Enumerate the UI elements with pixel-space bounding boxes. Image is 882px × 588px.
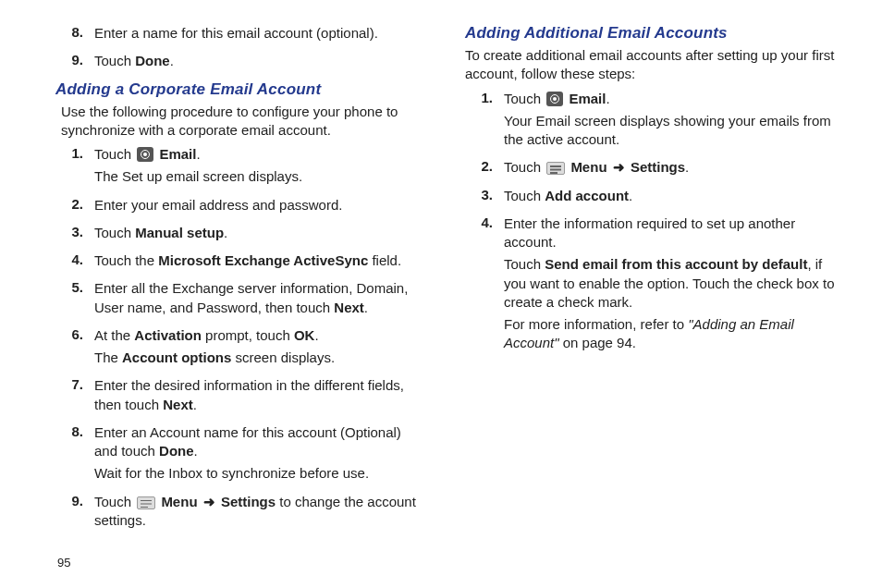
list-item: 8.Enter a name for this email account (o… [55,24,428,43]
arrow-icon: ➜ [611,159,627,175]
page-number: 95 [57,556,70,570]
step-body: Touch the Microsoft Exchange ActiveSync … [94,251,428,270]
step-body: Touch Email.Your Email screen displays s… [504,90,838,150]
corporate-steps-list: 1.Touch Email.The Set up email screen di… [55,145,428,530]
step-body: Touch Manual setup. [94,224,428,242]
step-text: The Set up email screen displays. [94,167,428,186]
pre-steps-list: 8.Enter a name for this email account (o… [55,24,428,71]
step-text: Touch Email. [504,90,838,108]
intro-text: Use the following procedure to configure… [61,103,428,141]
email-icon [137,147,153,162]
list-item: 2.Touch Menu ➜ Settings. [465,158,838,177]
step-text: At the Activation prompt, touch OK. [94,326,428,345]
step-number: 7. [55,376,94,414]
list-item: 9.Touch Done. [55,52,428,70]
step-text: For more information, refer to "Adding a… [504,315,838,353]
step-text: Enter an Account name for this account (… [94,423,428,461]
step-number: 3. [55,224,94,242]
step-text: Touch Add account. [504,187,838,205]
step-number: 6. [55,326,94,368]
step-body: Enter the information required to set up… [504,214,838,353]
step-text: The Account options screen displays. [94,349,428,367]
step-number: 1. [55,145,94,187]
step-text: Enter the information required to set up… [504,214,838,252]
step-body: Enter an Account name for this account (… [94,423,428,484]
step-number: 2. [55,196,94,214]
step-text: Touch Menu ➜ Settings. [504,158,838,177]
step-number: 2. [465,158,504,177]
step-number: 4. [465,214,504,353]
step-number: 9. [55,52,94,70]
step-text: Touch Menu ➜ Settings to change the acco… [94,493,428,531]
section-heading-corporate: Adding a Corporate Email Account [55,80,428,99]
step-body: Touch Done. [94,52,428,70]
step-number: 3. [465,187,504,205]
step-text: Enter a name for this email account (opt… [94,24,428,43]
step-body: At the Activation prompt, touch OK.The A… [94,326,428,368]
step-body: Enter all the Exchange server informatio… [94,279,428,317]
step-text: Enter your email address and password. [94,196,428,214]
step-body: Enter the desired information in the dif… [94,376,428,414]
manual-page: 8.Enter a name for this email account (o… [0,0,882,548]
left-column: 8.Enter a name for this email account (o… [55,18,428,539]
step-text: Wait for the Inbox to synchronize before… [94,464,428,483]
step-body: Touch Menu ➜ Settings. [504,158,838,177]
intro-text-additional: To create additional email accounts afte… [465,46,838,84]
step-text: Your Email screen displays showing your … [504,112,838,150]
list-item: 9.Touch Menu ➜ Settings to change the ac… [55,493,428,531]
step-text: Enter all the Exchange server informatio… [94,279,428,317]
step-text: Touch the Microsoft Exchange ActiveSync … [94,251,428,270]
step-body: Enter a name for this email account (opt… [94,24,428,43]
step-number: 8. [55,423,94,484]
list-item: 6.At the Activation prompt, touch OK.The… [55,326,428,368]
step-text: Enter the desired information in the dif… [94,376,428,414]
step-number: 5. [55,279,94,317]
section-heading-additional: Adding Additional Email Accounts [465,24,838,43]
email-icon [546,92,563,106]
list-item: 8.Enter an Account name for this account… [55,423,428,484]
step-number: 4. [55,251,94,270]
step-number: 9. [55,493,94,531]
step-text: Touch Send email from this account by de… [504,255,838,312]
step-text: Touch Done. [94,52,428,70]
additional-steps-list: 1.Touch Email.Your Email screen displays… [465,90,838,353]
list-item: 4.Enter the information required to set … [465,214,838,353]
list-item: 5.Enter all the Exchange server informat… [55,279,428,317]
step-body: Touch Email.The Set up email screen disp… [94,145,428,187]
step-body: Touch Menu ➜ Settings to change the acco… [94,493,428,531]
list-item: 1.Touch Email.Your Email screen displays… [465,90,838,150]
list-item: 7.Enter the desired information in the d… [55,376,428,414]
step-number: 8. [55,24,94,43]
step-body: Touch Add account. [504,187,838,205]
menu-icon [546,162,565,175]
step-number: 1. [465,90,504,150]
step-text: Touch Manual setup. [94,224,428,242]
list-item: 3.Touch Add account. [465,187,838,205]
right-column: Adding Additional Email Accounts To crea… [465,18,838,539]
step-text: Touch Email. [94,145,428,164]
arrow-icon: ➜ [202,494,217,509]
list-item: 3.Touch Manual setup. [55,224,428,242]
list-item: 4.Touch the Microsoft Exchange ActiveSyn… [55,251,428,270]
step-body: Enter your email address and password. [94,196,428,214]
list-item: 2.Enter your email address and password. [55,196,428,214]
menu-icon [137,496,155,509]
list-item: 1.Touch Email.The Set up email screen di… [55,145,428,187]
